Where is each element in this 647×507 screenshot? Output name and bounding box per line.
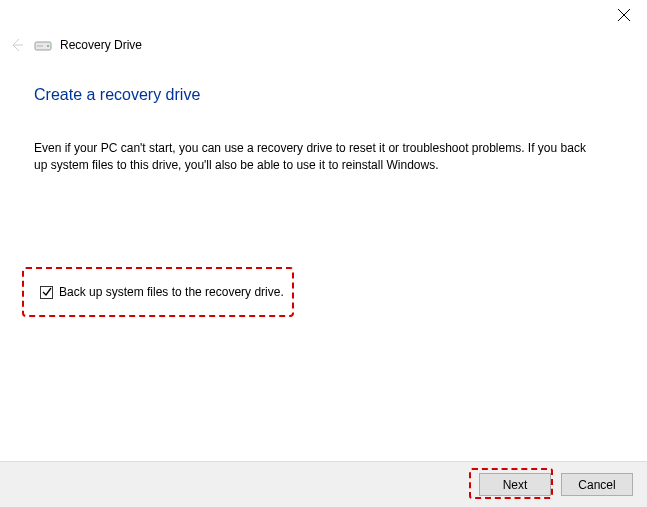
backup-checkbox[interactable]	[40, 286, 53, 299]
checkmark-icon	[42, 287, 52, 297]
wizard-header: Recovery Drive	[8, 36, 142, 54]
back-arrow-icon	[9, 37, 25, 53]
cancel-button[interactable]: Cancel	[561, 473, 633, 496]
svg-rect-5	[37, 45, 43, 47]
svg-point-4	[47, 45, 49, 47]
window-title: Recovery Drive	[60, 38, 142, 52]
next-button[interactable]: Next	[479, 473, 551, 496]
backup-checkbox-highlight: Back up system files to the recovery dri…	[22, 267, 294, 317]
backup-checkbox-label-wrap[interactable]: Back up system files to the recovery dri…	[40, 285, 284, 299]
backup-checkbox-label: Back up system files to the recovery dri…	[59, 285, 284, 299]
wizard-footer: Next Cancel	[0, 461, 647, 507]
page-heading: Create a recovery drive	[34, 86, 200, 104]
titlebar	[0, 0, 647, 24]
close-icon	[617, 8, 631, 22]
back-button	[8, 36, 26, 54]
recovery-drive-icon	[34, 38, 52, 52]
close-button[interactable]	[617, 8, 633, 24]
page-body-text: Even if your PC can't start, you can use…	[34, 140, 594, 175]
